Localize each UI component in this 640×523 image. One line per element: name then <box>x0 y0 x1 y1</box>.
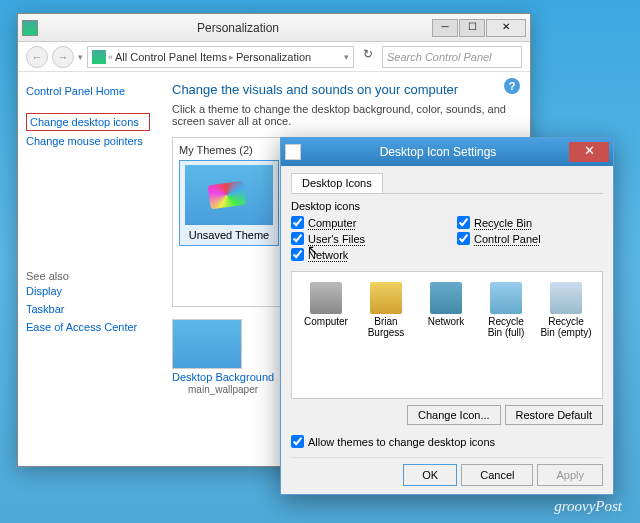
network-icon <box>430 282 462 314</box>
search-input[interactable] <box>382 46 522 68</box>
navbar: ← → ▾ « All Control Panel Items ▸ Person… <box>18 42 530 72</box>
desktop-background-card[interactable]: Desktop Background main_wallpaper <box>172 319 274 395</box>
icon-label: Brian Burgess <box>368 316 405 338</box>
help-icon[interactable]: ? <box>504 78 520 94</box>
chevron-right-icon: « <box>108 52 113 62</box>
theme-label: Unsaved Theme <box>184 229 274 241</box>
chevron-down-icon[interactable]: ▾ <box>344 52 349 62</box>
refresh-button[interactable]: ↻ <box>358 47 378 67</box>
icon-user-folder[interactable]: Brian Burgess <box>360 282 412 338</box>
cancel-button[interactable]: Cancel <box>461 464 533 486</box>
back-button[interactable]: ← <box>26 46 48 68</box>
icon-network[interactable]: Network <box>420 282 472 338</box>
icon-recycle-bin-empty[interactable]: Recycle Bin (empty) <box>540 282 592 338</box>
icon-label: Recycle Bin (empty) <box>540 316 591 338</box>
page-desc: Click a theme to change the desktop back… <box>172 103 516 127</box>
see-also-label: See also <box>26 270 150 282</box>
desktop-icon-settings-dialog: Desktop Icon Settings ✕ Desktop Icons De… <box>280 137 614 495</box>
checkbox-input[interactable] <box>291 248 304 261</box>
dialog-close-button[interactable]: ✕ <box>569 142 609 162</box>
icon-label: Recycle Bin (full) <box>488 316 525 338</box>
checkbox-input[interactable] <box>457 216 470 229</box>
icon-label: Computer <box>304 316 348 327</box>
breadcrumb-item[interactable]: Personalization <box>236 51 311 63</box>
history-dropdown-icon[interactable]: ▾ <box>78 52 83 62</box>
change-icon-button[interactable]: Change Icon... <box>407 405 501 425</box>
computer-icon <box>310 282 342 314</box>
watermark: groovyPost <box>554 498 622 515</box>
dialog-titlebar[interactable]: Desktop Icon Settings ✕ <box>281 138 613 166</box>
checkbox-label: Control Panel <box>474 233 541 245</box>
sidebar-display[interactable]: Display <box>26 282 150 300</box>
checkbox-input[interactable] <box>457 232 470 245</box>
checkbox-input[interactable] <box>291 232 304 245</box>
theme-card[interactable]: Unsaved Theme <box>179 160 279 246</box>
window-icon <box>22 20 38 36</box>
sidebar-ease[interactable]: Ease of Access Center <box>26 318 150 336</box>
dialog-icon <box>285 144 301 160</box>
close-button[interactable]: ✕ <box>486 19 526 37</box>
control-panel-icon <box>92 50 106 64</box>
bg-thumbnail <box>172 319 242 369</box>
checkbox-computer[interactable]: Computer <box>291 216 437 229</box>
sidebar-taskbar[interactable]: Taskbar <box>26 300 150 318</box>
sidebar: Control Panel Home Change desktop icons … <box>18 72 158 466</box>
user-folder-icon <box>370 282 402 314</box>
icon-computer[interactable]: Computer <box>300 282 352 338</box>
checkbox-label: Recycle Bin <box>474 217 532 229</box>
icon-recycle-bin-full[interactable]: Recycle Bin (full) <box>480 282 532 338</box>
checkbox-label: Allow themes to change desktop icons <box>308 436 495 448</box>
breadcrumb-item[interactable]: All Control Panel Items <box>115 51 227 63</box>
sidebar-home[interactable]: Control Panel Home <box>26 82 150 100</box>
tab-desktop-icons[interactable]: Desktop Icons <box>291 173 383 193</box>
restore-default-button[interactable]: Restore Default <box>505 405 603 425</box>
theme-thumbnail <box>185 165 273 225</box>
checkbox-label: Computer <box>308 217 356 229</box>
cursor-icon: ↖ <box>307 242 319 258</box>
chevron-right-icon: ▸ <box>229 52 234 62</box>
bg-sub: main_wallpaper <box>188 384 258 395</box>
tab-strip: Desktop Icons <box>291 172 603 194</box>
checkbox-recycle-bin[interactable]: Recycle Bin <box>457 216 603 229</box>
recycle-bin-empty-icon <box>550 282 582 314</box>
icon-label: Network <box>428 316 465 327</box>
minimize-button[interactable]: ─ <box>432 19 458 37</box>
bg-link: Desktop Background <box>172 371 274 383</box>
checkbox-allow-themes[interactable]: Allow themes to change desktop icons <box>291 435 603 448</box>
window-title: Personalization <box>44 21 432 35</box>
forward-button[interactable]: → <box>52 46 74 68</box>
maximize-button[interactable]: ☐ <box>459 19 485 37</box>
breadcrumb[interactable]: « All Control Panel Items ▸ Personalizat… <box>87 46 354 68</box>
ok-button[interactable]: OK <box>403 464 457 486</box>
checkbox-input[interactable] <box>291 216 304 229</box>
sidebar-change-icons[interactable]: Change desktop icons <box>26 113 150 131</box>
icon-preview-box: Computer Brian Burgess Network Recycle B… <box>291 271 603 399</box>
recycle-bin-full-icon <box>490 282 522 314</box>
checkbox-input[interactable] <box>291 435 304 448</box>
group-label: Desktop icons <box>291 200 603 212</box>
dialog-title: Desktop Icon Settings <box>307 145 569 159</box>
apply-button[interactable]: Apply <box>537 464 603 486</box>
checkbox-control-panel[interactable]: Control Panel↖ <box>457 232 603 245</box>
titlebar[interactable]: Personalization ─ ☐ ✕ <box>18 14 530 42</box>
page-heading: Change the visuals and sounds on your co… <box>172 82 516 97</box>
sidebar-change-mouse[interactable]: Change mouse pointers <box>26 132 150 150</box>
